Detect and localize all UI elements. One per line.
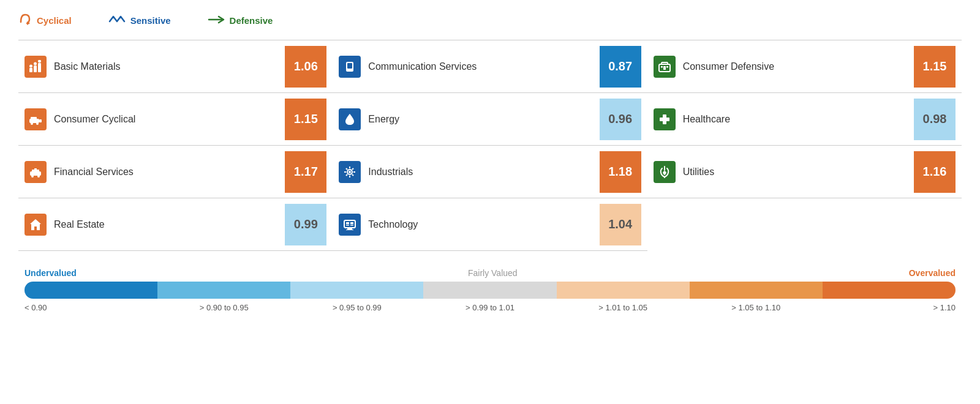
energy-value: 0.96 xyxy=(600,99,641,140)
real-estate-value: 0.99 xyxy=(285,204,326,245)
svg-rect-28 xyxy=(347,228,352,230)
svg-rect-25 xyxy=(350,222,353,224)
svg-rect-1 xyxy=(29,68,32,72)
legend-bar-section: Undervalued Fairly Valued Overvalued < 0… xyxy=(18,268,962,312)
bar-label-6: > 1.10 xyxy=(823,303,956,312)
bar-label-2: > 0.95 to 0.99 xyxy=(290,303,423,312)
energy-name: Energy xyxy=(368,114,599,125)
financial-services-name: Financial Services xyxy=(54,166,285,178)
table-row: Real Estate 0.99 xyxy=(18,198,333,251)
svg-rect-29 xyxy=(346,230,353,230)
bar-label-1: > 0.90 to 0.95 xyxy=(157,303,290,312)
svg-marker-17 xyxy=(30,219,41,230)
legend-defensive: Defensive xyxy=(208,14,273,27)
svg-rect-11 xyxy=(39,119,42,122)
consumer-cyclical-icon xyxy=(24,108,47,130)
consumer-cyclical-value: 1.15 xyxy=(285,99,326,140)
overvalued-label: Overvalued xyxy=(909,268,956,278)
defensive-column: Consumer Defensive 1.15 Healthcare 0.98 xyxy=(647,40,962,251)
bar-seg-1 xyxy=(24,282,157,299)
financial-services-icon xyxy=(24,161,47,183)
real-estate-icon xyxy=(24,214,47,236)
table-row: Financial Services 1.17 xyxy=(18,146,333,198)
table-row: Consumer Defensive 1.15 xyxy=(647,40,962,93)
utilities-value: 1.16 xyxy=(914,151,956,193)
defensive-label: Defensive xyxy=(230,15,273,26)
healthcare-icon xyxy=(654,108,676,130)
energy-icon xyxy=(339,108,361,130)
legend-sensitive: Sensitive xyxy=(108,14,171,27)
legend-cyclical: Cyclical xyxy=(18,12,72,29)
cyclical-label: Cyclical xyxy=(37,15,72,26)
technology-value: 1.04 xyxy=(600,204,641,245)
bar-seg-2 xyxy=(157,282,290,299)
table-row: Industrials 1.18 xyxy=(333,146,647,198)
consumer-cyclical-name: Consumer Cyclical xyxy=(54,114,285,125)
bar-seg-6 xyxy=(690,282,823,299)
svg-rect-2 xyxy=(34,65,37,72)
sensitive-label: Sensitive xyxy=(130,15,171,26)
svg-point-5 xyxy=(34,62,37,65)
real-estate-name: Real Estate xyxy=(54,219,285,230)
legend-row: Cyclical Sensitive Defensive xyxy=(18,12,962,29)
defensive-icon xyxy=(208,14,225,27)
undervalued-label: Undervalued xyxy=(24,268,77,278)
svg-rect-39 xyxy=(664,176,665,178)
table-row: Utilities 1.16 xyxy=(647,146,962,198)
svg-rect-36 xyxy=(666,66,668,68)
sensitive-icon xyxy=(108,14,126,27)
color-bar xyxy=(24,282,956,299)
svg-rect-8 xyxy=(31,117,37,120)
svg-point-6 xyxy=(38,60,41,63)
svg-rect-12 xyxy=(30,171,41,176)
basic-materials-icon xyxy=(24,56,47,78)
bar-seg-5 xyxy=(557,282,690,299)
bar-seg-4 xyxy=(423,282,556,299)
table-row: Energy 0.96 xyxy=(333,93,647,146)
svg-rect-23 xyxy=(344,220,355,228)
table-row: Technology 1.04 xyxy=(333,198,647,251)
healthcare-name: Healthcare xyxy=(683,114,914,125)
table-row: Healthcare 0.98 xyxy=(647,93,962,146)
svg-point-15 xyxy=(37,175,40,178)
utilities-name: Utilities xyxy=(683,166,914,178)
bar-label-3: > 0.99 to 1.01 xyxy=(423,303,556,312)
svg-rect-26 xyxy=(346,225,349,226)
bar-top-labels: Undervalued Fairly Valued Overvalued xyxy=(24,268,956,278)
svg-point-9 xyxy=(31,122,33,125)
comm-services-value: 0.87 xyxy=(600,46,641,88)
svg-point-22 xyxy=(349,171,351,173)
industrials-icon xyxy=(339,161,361,183)
table-row: Basic Materials 1.06 xyxy=(18,40,333,93)
svg-rect-35 xyxy=(661,66,663,68)
cyclical-icon xyxy=(18,12,32,29)
utilities-icon xyxy=(654,161,676,183)
svg-point-4 xyxy=(29,64,32,67)
basic-materials-value: 1.06 xyxy=(285,46,326,88)
svg-rect-16 xyxy=(34,168,37,170)
comm-services-name: Communication Services xyxy=(368,61,599,72)
sector-grid: Basic Materials 1.06 Consumer Cyclical 1… xyxy=(18,40,962,251)
consumer-defensive-icon xyxy=(654,56,676,78)
table-row: Communication Services 0.87 xyxy=(333,40,647,93)
comm-services-icon xyxy=(339,56,361,78)
industrials-name: Industrials xyxy=(368,166,599,178)
industrials-value: 1.18 xyxy=(600,151,641,193)
technology-icon xyxy=(339,214,361,236)
consumer-defensive-name: Consumer Defensive xyxy=(683,61,914,72)
svg-point-14 xyxy=(31,175,34,178)
bar-label-5: > 1.05 to 1.10 xyxy=(690,303,823,312)
sensitive-column: Communication Services 0.87 Energy 0.96 xyxy=(333,40,647,251)
bar-seg-7 xyxy=(823,282,956,299)
svg-rect-27 xyxy=(350,225,353,226)
svg-point-20 xyxy=(349,70,350,71)
table-row: Consumer Cyclical 1.15 xyxy=(18,93,333,146)
bar-label-0: < 0.90 xyxy=(24,303,157,312)
cyclical-column: Basic Materials 1.06 Consumer Cyclical 1… xyxy=(18,40,333,251)
consumer-defensive-value: 1.15 xyxy=(914,46,956,88)
healthcare-value: 0.98 xyxy=(914,99,956,140)
svg-rect-34 xyxy=(663,66,666,70)
fairly-valued-label: Fairly Valued xyxy=(468,268,518,278)
technology-name: Technology xyxy=(368,219,599,230)
bar-bottom-labels: < 0.90 > 0.90 to 0.95 > 0.95 to 0.99 > 0… xyxy=(24,303,956,312)
